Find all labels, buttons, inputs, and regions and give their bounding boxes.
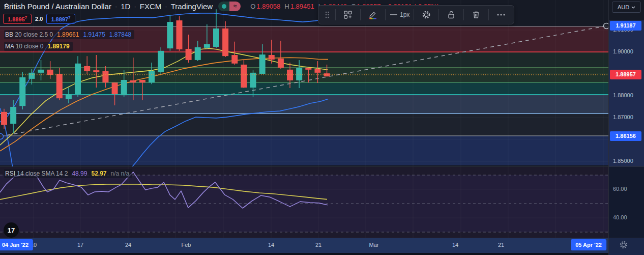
lock-button[interactable]: [441, 8, 462, 22]
time-tick: 17: [77, 242, 83, 248]
zone-teal: [0, 82, 609, 95]
date-range-label: 04 Jan '22: [0, 239, 33, 250]
price-tick: 1.88000: [613, 92, 633, 98]
title-separator: ·: [115, 3, 117, 10]
ellipsis-icon: [496, 13, 506, 16]
candle-body: [139, 80, 145, 82]
candle-body: [259, 54, 266, 74]
candle-body: [278, 59, 284, 68]
candle-body: [195, 47, 201, 60]
main-chart-pane[interactable]: [0, 0, 609, 166]
date-range-label: 05 Apr '22: [571, 239, 606, 250]
platform-label: TradingView: [171, 2, 213, 11]
lock-open-icon: [447, 10, 456, 19]
time-tick: Mar: [369, 242, 379, 248]
layout-template-button[interactable]: [337, 8, 359, 22]
marker-wave-icon[interactable]: ≈: [229, 2, 241, 11]
toolbar-drag-handle[interactable]: [320, 8, 334, 22]
candle-body: [269, 55, 275, 60]
time-tick: 21: [315, 242, 321, 248]
bb-upper-value: 1.91475: [83, 31, 105, 38]
time-axis[interactable]: 101724Feb1421Mar142104 Jan '2205 Apr '22: [0, 238, 644, 253]
candle-body: [231, 55, 238, 64]
candle-body: [287, 70, 293, 80]
line-sample-icon: [390, 12, 398, 17]
candle-body: [10, 107, 16, 124]
pencil-icon: [368, 10, 377, 19]
price-chips-row: 1.88957 2.0 1.88977: [3, 14, 75, 24]
ma-value: 1.89179: [47, 43, 69, 50]
candle-body: [84, 66, 90, 71]
legend-rsi[interactable]: RSI 14 close SMA 14 2 48.99 52.97 n/a n/…: [4, 169, 132, 178]
candle-body: [204, 44, 210, 48]
delete-button[interactable]: [465, 8, 487, 22]
price-scale[interactable]: AUD 1.910001.900001.880001.870001.860001…: [609, 0, 644, 255]
candle-body: [167, 22, 173, 48]
candle-body: [305, 68, 311, 70]
price-tick: 1.87000: [613, 114, 633, 120]
rsi-value: 48.99: [72, 170, 87, 177]
tradingview-logo[interactable]: 17: [4, 222, 19, 238]
exchange-label[interactable]: FXCM: [140, 2, 162, 11]
symbol-title[interactable]: British Pound / Australian Dollar: [4, 2, 111, 11]
drawing-toolbar: 1px: [318, 5, 514, 24]
candle-body: [158, 51, 164, 72]
candle-body: [324, 73, 330, 76]
candle-body: [296, 68, 302, 80]
zone-green-lower: [0, 68, 609, 82]
rsi-tick: 60.00: [613, 186, 627, 192]
trendline-anchor-start[interactable]: [0, 133, 4, 139]
chevron-down-icon: [631, 6, 635, 9]
drag-dots-icon: [325, 11, 330, 19]
bb-basis-value: 1.89661: [57, 31, 79, 38]
more-options-button[interactable]: [490, 8, 512, 22]
currency-label: AUD: [618, 4, 629, 10]
price-scale-label: 1.88957: [610, 70, 641, 79]
candle-body: [130, 80, 136, 82]
price-scale-label: 1.86156: [610, 131, 641, 141]
candle-body: [250, 73, 256, 88]
zone-green-upper: [0, 52, 609, 68]
candle-body: [28, 73, 35, 79]
zone-slate: [0, 95, 609, 114]
rsi-band-fill: [0, 175, 609, 232]
marker-dot-icon[interactable]: [218, 2, 229, 11]
candle-body: [176, 20, 182, 49]
candle-body: [186, 49, 192, 60]
candle-body: [314, 69, 320, 73]
time-tick: 21: [498, 242, 504, 248]
line-width-button[interactable]: 1px: [387, 8, 412, 22]
zone-navy: [0, 136, 609, 165]
time-tick: 14: [452, 242, 458, 248]
candle-body: [47, 70, 53, 75]
bb-lower-value: 1.87848: [109, 31, 131, 38]
interval-label[interactable]: 1D: [121, 2, 130, 11]
legend-bollinger-bands[interactable]: BB 20 close 2.5 0 1.89661 1.91475 1.8784…: [4, 30, 134, 39]
tradingview-app: British Pound / Australian Dollar · 1D ·…: [0, 0, 644, 255]
currency-selector[interactable]: AUD: [612, 2, 641, 13]
sell-price-chip[interactable]: 1.88957: [3, 14, 32, 24]
grid-plus-icon: [343, 10, 353, 19]
candle-body: [93, 70, 99, 72]
candle-body: [66, 94, 72, 99]
time-tick: Feb: [182, 242, 191, 248]
candle-body: [149, 71, 155, 82]
color-pencil-button[interactable]: [362, 8, 384, 22]
candle-body: [56, 74, 63, 98]
title-separator: ·: [165, 3, 167, 10]
rsi-tick: 40.00: [613, 214, 627, 220]
quantity-label: 2.0: [35, 16, 43, 22]
pane-separator[interactable]: [0, 166, 644, 167]
candle-body: [121, 80, 127, 95]
legend-moving-average[interactable]: MA 10 close 0 1.89179: [4, 42, 73, 51]
bottom-strip: [0, 253, 644, 255]
gear-icon: [619, 240, 628, 249]
axis-settings-button[interactable]: [619, 240, 629, 250]
candle-body: [38, 70, 44, 73]
time-tick: 14: [268, 242, 274, 248]
symbol-marker-toggle[interactable]: ≈: [218, 2, 241, 11]
settings-button[interactable]: [416, 8, 437, 22]
buy-price-chip[interactable]: 1.88977: [46, 14, 75, 24]
price-tick: 1.85000: [613, 158, 633, 164]
price-tick: 1.90000: [613, 48, 633, 54]
